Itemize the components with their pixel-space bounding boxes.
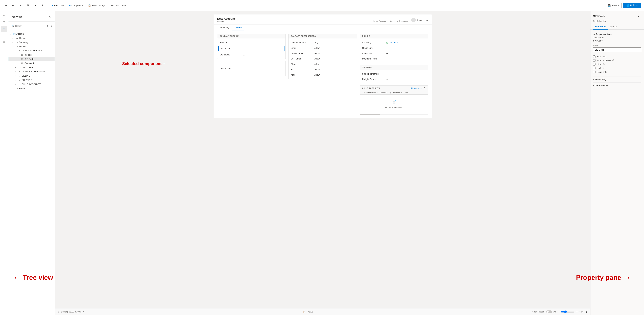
tree-close-button[interactable]: ✕ [47, 14, 53, 20]
tree-filter-button[interactable]: ⊞ [46, 23, 49, 29]
field-value-shipping-method: --- [386, 73, 388, 75]
tab-events[interactable]: Events [608, 24, 619, 30]
publish-button[interactable]: 🌐 Publish [623, 3, 641, 8]
icon-bar-layers[interactable]: ≡ [1, 26, 7, 32]
tree-item-company-profile[interactable]: ⌄ ▭ COMPANY PROFILE [8, 49, 55, 53]
child-accounts-columns: ✓ Account Name ↕ Main Phone ↕ Address 1:… [360, 91, 428, 95]
form-settings-button[interactable]: 📋 Form settings [86, 3, 107, 8]
tab-properties[interactable]: Properties [593, 24, 608, 30]
label-row: Label * [593, 44, 641, 52]
tree-item-shipping[interactable]: › ▭ SHIPPING [8, 78, 55, 82]
field-row-industry[interactable]: Industry ... [217, 40, 286, 45]
child-accounts-header: CHILD ACCOUNTS + New Account ⋮ [360, 86, 428, 91]
hide-checkbox[interactable] [593, 63, 596, 66]
field-row-payment-terms[interactable]: Payment Terms --- [360, 56, 428, 61]
icon-bar-data[interactable]: ⛁ [1, 39, 7, 45]
redo-button[interactable]: ↪ [10, 2, 16, 9]
field-row-phone[interactable]: Phone Allow [288, 61, 357, 67]
hide-label-row[interactable]: Hide label [593, 55, 641, 59]
tree-item-details[interactable]: ⌄ ▭ Details [8, 44, 55, 49]
tree-search-wrapper: 🔍 [10, 24, 45, 28]
undo-button[interactable]: ↩ [3, 2, 9, 9]
copy-button[interactable]: ⧉ [25, 2, 31, 9]
field-row-ownership[interactable]: Ownership ... [217, 52, 286, 57]
tree-item-ownership[interactable]: › ▤ Ownership [8, 61, 55, 65]
field-row-bulk-email[interactable]: Bulk Email Allow [288, 56, 357, 61]
display-options-section-header[interactable]: ⌄ Display options [593, 32, 641, 37]
tree-item-billing[interactable]: › ▭ BILLING [8, 74, 55, 78]
icon-bar: ⌂ ⊞ ≡ ◫ ⛁ [0, 11, 8, 315]
fit-screen-button[interactable]: ⊕ [586, 310, 588, 313]
field-row-credit-hold[interactable]: Credit Hold No [360, 51, 428, 56]
hide-label-checkbox[interactable] [593, 56, 596, 58]
field-row-freight-terms[interactable]: Freight Terms --- [360, 77, 428, 82]
lock-checkbox[interactable] [593, 67, 596, 69]
chevron-icon: ⌄ [10, 33, 12, 35]
tree-item-description[interactable]: › ▭ Description [8, 65, 55, 70]
tree-dropdown-button[interactable]: ▾ [50, 23, 53, 29]
chevron-icon: › [12, 41, 15, 43]
formatting-section-header[interactable]: › Formatting [593, 76, 641, 82]
tree-item-industry[interactable]: › ▤ Industry [8, 53, 55, 57]
toggle-area[interactable]: Off [546, 310, 556, 313]
field-row-follow-email[interactable]: Follow Email Allow [288, 51, 357, 56]
device-dropdown-icon: ▾ [83, 311, 84, 313]
icon-bar-grid[interactable]: ⊞ [1, 19, 7, 25]
plus-zoom[interactable]: + [576, 311, 578, 313]
field-row-credit-limit[interactable]: Credit Limit --- [360, 45, 428, 51]
settings-icon: 📋 [88, 4, 91, 7]
tree-item-footer[interactable]: › ▭ Footer [8, 86, 55, 91]
field-row-contact-method[interactable]: Contact Method Any [288, 40, 357, 45]
components-section-header[interactable]: › Components [593, 82, 641, 88]
hide-phone-row[interactable]: Hide on phone ⓘ [593, 59, 641, 62]
field-row-description[interactable]: Description [217, 62, 286, 74]
field-row-email[interactable]: Email Allow [288, 45, 357, 51]
property-pane-close-button[interactable]: ✕ [635, 13, 641, 19]
hide-row[interactable]: Hide ⓘ [593, 62, 641, 66]
new-account-button[interactable]: + New Account [410, 87, 422, 89]
field-row-sic-code[interactable]: SIC Code ... [218, 46, 285, 51]
field-row-currency[interactable]: Currency 💲 US Dollar [360, 40, 428, 45]
add-component-button[interactable]: + Component [67, 3, 85, 8]
cut-button[interactable]: ✂ [18, 2, 24, 9]
label-input[interactable] [593, 47, 641, 52]
save-button-top[interactable]: 💾 Save ▾ [605, 3, 622, 8]
property-pane: SIC Code ✕ Single-line text Properties E… [590, 11, 644, 315]
field-value-bulk-email: Allow [314, 58, 320, 60]
child-accounts-more-button[interactable]: ⋮ [423, 87, 426, 90]
zoom-slider[interactable] [561, 310, 574, 313]
tree-item-child-accounts[interactable]: › ▭ CHILD ACCOUNTS [8, 82, 55, 86]
tree-item-contact-prefs[interactable]: › ▭ CONTACT PREFEREN... [8, 70, 55, 74]
field-row-fax[interactable]: Fax Allow [288, 67, 357, 72]
field-value-ownership: ... [243, 54, 245, 56]
hide-phone-checkbox[interactable] [593, 59, 596, 62]
tab-details[interactable]: Details [232, 25, 244, 31]
field-name-description: Description [220, 67, 243, 70]
tree-item-header[interactable]: › ▭ Header [8, 36, 55, 40]
subsection-icon: ▭ [18, 79, 21, 81]
tree-item-label: Description [22, 66, 53, 69]
field-row-mail[interactable]: Mail Allow [288, 72, 357, 78]
minus-zoom[interactable]: − [558, 311, 559, 313]
read-only-row[interactable]: Read-only [593, 70, 641, 74]
field-row-shipping-method[interactable]: Shipping Method --- [360, 71, 428, 77]
canvas-bottom: 🖥 Desktop (1920 x 1080) ▾ 📋 Active Show … [55, 308, 590, 315]
delete-button[interactable]: 🗑 [40, 2, 46, 9]
tree-item-sic-code[interactable]: › ▤ SIC Code [8, 57, 55, 61]
switch-classic-button[interactable]: Switch to classic [108, 3, 128, 8]
read-only-checkbox[interactable] [593, 71, 596, 73]
add-form-field-button[interactable]: + Form field [50, 3, 66, 8]
tab-summary[interactable]: Summary [217, 25, 232, 31]
form-header-expand-button[interactable]: ⌄ [426, 18, 428, 22]
field-value-fax: Allow [314, 68, 320, 71]
icon-bar-components[interactable]: ◫ [1, 33, 7, 39]
child-accounts-scrollbar[interactable] [360, 114, 428, 115]
col-main-phone: Main Phone ↕ [380, 92, 391, 94]
tree-search-input[interactable] [15, 25, 44, 27]
tree-item-account[interactable]: ⌄ 📄 Account [8, 32, 55, 36]
tree-item-summary[interactable]: › ▭ Summary [8, 40, 55, 44]
table-column-label: Table column [593, 37, 641, 39]
lock-row[interactable]: Lock ⓘ [593, 66, 641, 70]
icon-bar-home[interactable]: ⌂ [1, 12, 7, 18]
dropdown-button[interactable]: ▾ [32, 2, 38, 9]
